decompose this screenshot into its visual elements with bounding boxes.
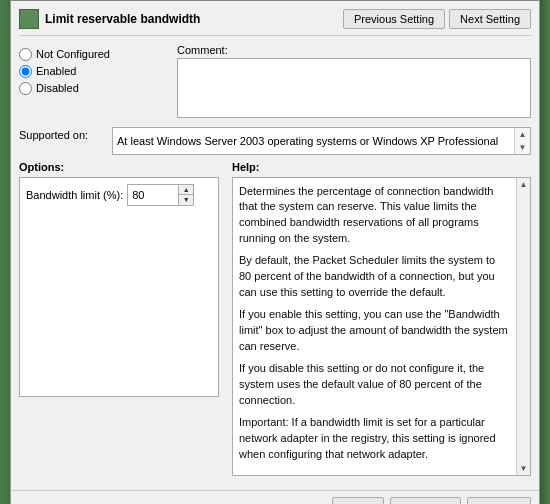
ok-button[interactable]: OK [332,497,383,505]
apply-button[interactable]: Apply [467,497,531,505]
header-row: Limit reservable bandwidth Previous Sett… [19,9,531,36]
not-configured-option[interactable]: Not Configured [19,48,169,61]
previous-setting-button[interactable]: Previous Setting [343,9,445,29]
options-box: Bandwidth limit (%): ▲ ▼ [19,177,219,397]
supported-value-box: At least Windows Server 2003 operating s… [112,127,531,155]
bandwidth-input[interactable] [128,187,178,203]
top-section: Not Configured Enabled Disabled Comment: [19,44,531,121]
enabled-radio[interactable] [19,65,32,78]
bandwidth-row: Bandwidth limit (%): ▲ ▼ [26,184,212,206]
bandwidth-limit-label: Bandwidth limit (%): [26,189,123,201]
content-area: Limit reservable bandwidth Previous Sett… [11,1,539,484]
scroll-up-arrow[interactable]: ▲ [517,128,529,141]
spinner-arrows: ▲ ▼ [178,185,193,205]
header-icon-title: Limit reservable bandwidth [19,9,200,29]
header-icon [19,9,39,29]
options-section-label: Options: [19,161,224,173]
supported-label: Supported on: [19,127,104,141]
enabled-label: Enabled [36,65,76,77]
cancel-button[interactable]: Cancel [390,497,461,505]
not-configured-label: Not Configured [36,48,110,60]
help-para-5: Important: If a bandwidth limit is set f… [239,415,510,463]
help-scroll-up-arrow[interactable]: ▲ [518,178,530,191]
spinner-down-arrow[interactable]: ▼ [179,195,193,205]
header-buttons: Previous Setting Next Setting [343,9,531,29]
comment-textarea[interactable] [177,58,531,118]
main-window: Limit reservable bandwidth ─ □ ✕ Limit r… [10,0,540,504]
help-para-4: If you disable this setting or do not co… [239,361,510,409]
scroll-down-arrow[interactable]: ▼ [517,141,529,154]
help-panel: Determines the percentage of connection … [232,177,531,476]
help-section-label: Help: [232,161,531,173]
radio-group: Not Configured Enabled Disabled [19,48,169,95]
bandwidth-spinner[interactable]: ▲ ▼ [127,184,194,206]
left-column: Not Configured Enabled Disabled [19,44,169,121]
footer-buttons: OK Cancel Apply [11,490,539,505]
help-section: Help: Determines the percentage of conne… [232,161,531,476]
enabled-option[interactable]: Enabled [19,65,169,78]
next-setting-button[interactable]: Next Setting [449,9,531,29]
help-scroll-down-arrow[interactable]: ▼ [518,462,530,475]
disabled-option[interactable]: Disabled [19,82,169,95]
supported-value: At least Windows Server 2003 operating s… [117,135,514,147]
help-para-1: Determines the percentage of connection … [239,184,510,248]
supported-scrollbar[interactable]: ▲ ▼ [514,128,530,154]
disabled-radio[interactable] [19,82,32,95]
help-text: Determines the percentage of connection … [239,184,524,463]
bottom-panels: Options: Bandwidth limit (%): ▲ ▼ [19,161,531,476]
comment-column: Comment: [177,44,531,121]
comment-label: Comment: [177,44,531,56]
disabled-label: Disabled [36,82,79,94]
help-para-2: By default, the Packet Scheduler limits … [239,253,510,301]
supported-row: Supported on: At least Windows Server 20… [19,127,531,155]
options-panel: Options: Bandwidth limit (%): ▲ ▼ [19,161,224,476]
spinner-up-arrow[interactable]: ▲ [179,185,193,195]
not-configured-radio[interactable] [19,48,32,61]
help-scrollbar[interactable]: ▲ ▼ [516,178,530,475]
header-title: Limit reservable bandwidth [45,12,200,26]
help-para-3: If you enable this setting, you can use … [239,307,510,355]
